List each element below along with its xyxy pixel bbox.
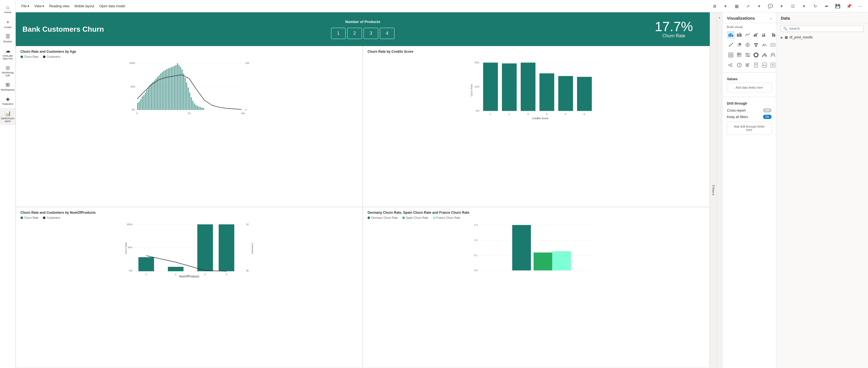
save-icon-btn[interactable]: 💾: [833, 2, 842, 11]
collapse-btn[interactable]: ‹: [717, 12, 722, 368]
num-btn-1[interactable]: 1: [331, 28, 346, 39]
viz-decomp-icon[interactable]: [727, 61, 735, 69]
svg-point-136: [747, 54, 748, 54]
pin-icon-btn[interactable]: 📌: [844, 2, 854, 11]
topbar-right: 🖥 ▾ ▦ ⇗ ▾ 💬 ▾ ⊡ ▾ ↻ ⬅ 💾 📌 ⋯: [710, 2, 865, 11]
svg-rect-15: [148, 88, 149, 110]
viz-treemap-icon[interactable]: [735, 51, 743, 59]
viz-matrix-icon[interactable]: [727, 51, 735, 59]
svg-rect-46: [195, 105, 196, 110]
file-menu[interactable]: File ▾: [19, 3, 31, 9]
svg-rect-38: [183, 73, 184, 110]
sidebar-item-browse[interactable]: ☰ Browse: [0, 31, 16, 45]
back-icon-btn[interactable]: ⬅: [822, 2, 831, 11]
svg-text:1K: 1K: [246, 223, 249, 226]
viz-scatter-icon[interactable]: [727, 41, 735, 49]
viz-smart-narrative-icon[interactable]: [744, 61, 751, 69]
share-icon-btn[interactable]: ⇗: [743, 2, 752, 11]
viz-waterfall-icon[interactable]: [761, 51, 768, 59]
mobile-layout-btn[interactable]: Mobile layout: [72, 3, 96, 9]
viz-qa-icon[interactable]: ?: [735, 61, 743, 69]
svg-rect-146: [728, 64, 730, 66]
drillthrough-placeholder[interactable]: Add drill-through fields here: [727, 122, 772, 135]
sidebar-item-home[interactable]: ⌂ Home: [0, 2, 16, 16]
keep-filters-label: Keep all filters: [727, 115, 748, 119]
svg-rect-154: [746, 65, 748, 65]
topbar-menu: File ▾ View ▾ Reading view Mobile layout…: [19, 3, 127, 9]
svg-text:0%: 0%: [132, 109, 135, 111]
svg-text:Credits Score: Credits Score: [532, 117, 549, 120]
sidebar-item-tridentds[interactable]: ◈ TridentDS: [0, 94, 16, 108]
svg-rect-51: [203, 108, 204, 110]
cross-report-toggle[interactable]: Off: [763, 108, 772, 113]
sidebar-item-onelake[interactable]: ☁ OneLakedata hub: [0, 45, 16, 63]
viz-slicer-icon[interactable]: [744, 51, 751, 59]
svg-rect-13: [145, 93, 146, 110]
viz-funnel-icon[interactable]: [752, 41, 760, 49]
keep-filters-state: On: [763, 115, 772, 119]
viz-ribbon-icon[interactable]: [769, 51, 776, 59]
sidebar-item-report[interactable]: 📊 bankchuurneport: [0, 108, 16, 125]
table-icon-btn[interactable]: ▦: [732, 2, 741, 11]
svg-text:3: 3: [205, 273, 206, 275]
more-icon-btn[interactable]: ⋯: [856, 2, 865, 11]
svg-rect-140: [763, 54, 764, 56]
num-btn-2[interactable]: 2: [347, 28, 362, 39]
numproducts-bar-1: [138, 257, 154, 271]
viz-map-icon[interactable]: [744, 41, 751, 49]
viz-combo-chart-icon[interactable]: [752, 31, 760, 39]
frame-icon-btn[interactable]: ⊡: [788, 2, 797, 11]
legend-dot-france: [433, 217, 435, 219]
open-data-model-btn[interactable]: Open data model: [97, 3, 127, 9]
viz-stacked-bar-icon[interactable]: [761, 31, 768, 39]
legend-dot-teal-1: [21, 56, 23, 58]
viz-expand-btn[interactable]: ›: [770, 16, 772, 21]
num-btn-4[interactable]: 4: [380, 28, 395, 39]
viz-column-chart-icon[interactable]: [769, 31, 776, 39]
viz-gauge-icon[interactable]: [761, 41, 768, 49]
svg-point-138: [754, 53, 758, 57]
viz-line-chart-icon[interactable]: [744, 31, 751, 39]
legend-germany: Germany Churn Rate: [368, 216, 398, 219]
viz-donut-icon[interactable]: [752, 51, 760, 59]
report-header: Bank Customers Churn Number of Products …: [16, 12, 710, 46]
sidebar-item-monitoring[interactable]: ◎ Monitoringhub: [0, 62, 16, 80]
svg-point-111: [730, 45, 731, 46]
data-tree-item-df[interactable]: ▶ ▦ df_pred_results: [776, 34, 868, 40]
viz-r-icon[interactable]: R: [769, 61, 776, 69]
sidebar-item-create[interactable]: ＋ Create: [0, 16, 16, 31]
numproducts-xlabel: NumOfProducts: [21, 275, 358, 278]
viz-paginated-icon[interactable]: [752, 61, 760, 69]
viz-grouped-bar-icon[interactable]: [735, 31, 743, 39]
refresh-icon-btn[interactable]: ↻: [811, 2, 820, 11]
chart-credits-title: Churn Rate by Credits Score: [368, 50, 705, 54]
topbar-chevron-2[interactable]: ▾: [755, 2, 764, 11]
svg-rect-34: [177, 63, 178, 110]
svg-text:10%: 10%: [475, 85, 480, 88]
keep-filters-toggle[interactable]: On: [763, 115, 772, 119]
chart-age-svg: 100% 50% 0% 100 0: [21, 59, 358, 116]
topbar-chevron-4[interactable]: ▾: [800, 2, 808, 11]
svg-rect-115: [754, 43, 758, 44]
churn-rate-label: Churn Rate: [662, 33, 685, 38]
viz-python-icon[interactable]: Py: [761, 61, 768, 69]
values-placeholder[interactable]: Add data fields here: [727, 83, 772, 92]
sidebar-item-workspaces[interactable]: ⊞ Workspaces: [0, 80, 16, 94]
germany-bar: [512, 225, 531, 270]
svg-rect-155: [746, 66, 749, 66]
topbar-chevron-3[interactable]: ▾: [777, 2, 786, 11]
legend-churn-rate-3: Churn Rate: [21, 216, 38, 219]
svg-rect-156: [754, 63, 758, 67]
topbar-chevron-1[interactable]: ▾: [721, 2, 730, 11]
viz-pie-chart-icon[interactable]: [735, 41, 743, 49]
viz-bar-chart-icon[interactable]: [727, 31, 735, 39]
search-input[interactable]: [789, 27, 861, 31]
reading-view-btn[interactable]: Reading view: [47, 3, 71, 9]
filters-tab[interactable]: Filters: [710, 12, 716, 368]
num-btn-3[interactable]: 3: [364, 28, 378, 39]
svg-rect-92: [728, 34, 730, 37]
monitor-icon-btn[interactable]: 🖥: [710, 2, 719, 11]
view-menu[interactable]: View ▾: [32, 3, 46, 9]
comment-icon-btn[interactable]: 💬: [766, 2, 775, 11]
viz-card-icon[interactable]: [769, 41, 776, 49]
